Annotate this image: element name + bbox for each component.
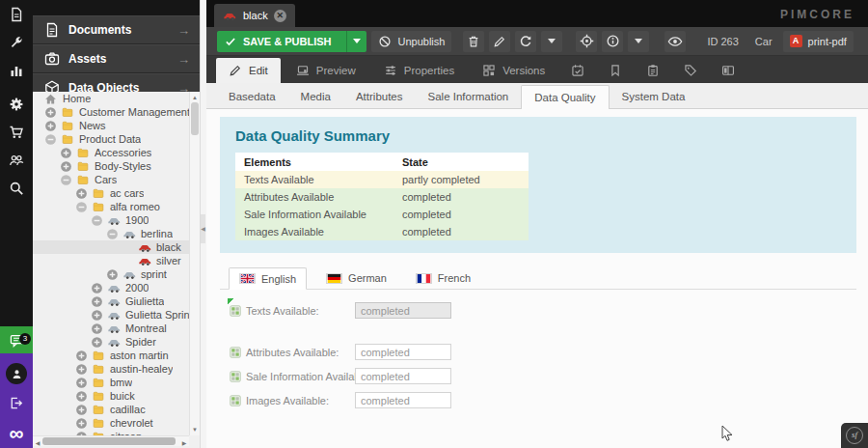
plus-expander-icon[interactable] bbox=[91, 322, 103, 335]
tree-node-Body-Styles[interactable]: Body-Styles bbox=[33, 159, 200, 173]
tree-node-Giulietta[interactable]: Giulietta bbox=[33, 294, 200, 308]
plus-expander-icon[interactable] bbox=[75, 363, 88, 376]
tree-node-buick[interactable]: buick bbox=[33, 389, 200, 403]
tree-node-Montreal[interactable]: Montreal bbox=[33, 322, 200, 335]
content-tab-system-data[interactable]: System Data bbox=[610, 85, 698, 108]
rail-search-button[interactable] bbox=[0, 174, 33, 202]
view-tab-properties[interactable]: Properties bbox=[371, 58, 467, 83]
tree-node-black[interactable]: black bbox=[33, 240, 200, 254]
tree-node-silver[interactable]: silver bbox=[33, 254, 200, 267]
tree-node-1900[interactable]: 1900 bbox=[33, 213, 200, 227]
print-pdf-button[interactable]: A print-pdf bbox=[783, 31, 854, 52]
scroll-down-icon[interactable]: ▼ bbox=[190, 425, 200, 434]
save-publish-button[interactable]: SAVE & PUBLISH bbox=[217, 31, 366, 52]
tree-node-alfa-romeo[interactable]: alfa romeo bbox=[33, 200, 200, 213]
tree-node-chevrolet[interactable]: chevrolet bbox=[33, 416, 200, 430]
tree-node-Accessories[interactable]: Accessories bbox=[33, 146, 200, 159]
scroll-right-icon[interactable]: ▶ bbox=[179, 438, 189, 448]
plus-expander-icon[interactable] bbox=[60, 160, 72, 173]
view-tab-clipboard[interactable] bbox=[636, 58, 670, 83]
plus-expander-icon[interactable] bbox=[75, 404, 88, 416]
tree-node-berlina[interactable]: berlina bbox=[33, 227, 200, 240]
view-tab-preview[interactable]: Preview bbox=[284, 58, 368, 83]
view-tab-calendar[interactable] bbox=[560, 58, 595, 83]
language-tab-german[interactable]: German bbox=[316, 267, 396, 289]
tree-node-News[interactable]: News bbox=[33, 119, 200, 132]
tree-node-cadillac[interactable]: cadillac bbox=[33, 403, 200, 416]
tree-node-Spider[interactable]: Spider bbox=[33, 335, 200, 349]
field-input[interactable] bbox=[355, 344, 451, 360]
plus-expander-icon[interactable] bbox=[75, 187, 88, 200]
tree-node-Cars[interactable]: Cars bbox=[33, 173, 200, 186]
plus-expander-icon[interactable] bbox=[75, 350, 88, 362]
field-input[interactable] bbox=[355, 392, 451, 408]
minus-expander-icon[interactable] bbox=[75, 201, 88, 213]
field-input[interactable] bbox=[355, 302, 451, 319]
scroll-up-icon[interactable]: ▲ bbox=[190, 93, 200, 102]
open-preview-button[interactable] bbox=[665, 31, 686, 52]
user-avatar[interactable] bbox=[6, 363, 27, 384]
tree-vertical-scrollbar[interactable]: ▲ ▼ bbox=[189, 92, 200, 435]
plus-expander-icon[interactable] bbox=[75, 390, 88, 403]
accordion-documents[interactable]: Documents → bbox=[33, 15, 200, 44]
plus-expander-icon[interactable] bbox=[106, 268, 119, 281]
locate-in-tree-button[interactable] bbox=[576, 31, 597, 52]
tab-black[interactable]: black ✕ bbox=[214, 4, 295, 27]
view-tab-tag[interactable] bbox=[673, 58, 708, 83]
tree-node-Home[interactable]: Home bbox=[33, 92, 200, 105]
pimcore-infinity-logo[interactable]: ∞ bbox=[0, 421, 33, 446]
plus-expander-icon[interactable] bbox=[60, 147, 72, 159]
tree-node-ac-cars[interactable]: ac cars bbox=[33, 186, 200, 200]
plus-expander-icon[interactable] bbox=[91, 282, 103, 294]
accordion-assets[interactable]: Assets → bbox=[33, 44, 200, 73]
symfony-profiler-toggle[interactable]: sf bbox=[841, 423, 868, 448]
plus-expander-icon[interactable] bbox=[91, 295, 103, 308]
unpublish-button[interactable]: Unpublish bbox=[371, 31, 451, 52]
rail-customers-button[interactable] bbox=[0, 146, 33, 174]
reload-button[interactable] bbox=[515, 31, 536, 52]
collapse-handle-icon[interactable]: ◀ bbox=[201, 214, 205, 243]
view-tab-edit[interactable]: Edit bbox=[216, 58, 281, 83]
minus-expander-icon[interactable] bbox=[44, 133, 57, 146]
rail-reports-button[interactable] bbox=[0, 56, 33, 84]
plus-expander-icon[interactable] bbox=[91, 309, 103, 322]
view-tab-columns[interactable] bbox=[711, 58, 746, 83]
logout-icon[interactable] bbox=[9, 396, 23, 410]
close-tab-icon[interactable]: ✕ bbox=[274, 10, 286, 22]
delete-button[interactable] bbox=[463, 31, 484, 52]
rail-tools-button[interactable] bbox=[0, 28, 33, 56]
plus-expander-icon[interactable] bbox=[75, 377, 88, 389]
minus-expander-icon[interactable] bbox=[106, 228, 119, 240]
rail-settings-button[interactable] bbox=[0, 90, 33, 118]
scroll-left-icon[interactable]: ◀ bbox=[33, 438, 42, 448]
rename-button[interactable] bbox=[489, 31, 510, 52]
save-dropdown-button[interactable] bbox=[346, 31, 366, 52]
plus-expander-icon[interactable] bbox=[44, 120, 57, 132]
content-tab-media[interactable]: Media bbox=[288, 85, 343, 108]
view-tab-versions[interactable]: Versions bbox=[470, 58, 557, 83]
tree-node-bmw[interactable]: bmw bbox=[33, 376, 200, 389]
tree-node-Customer-Management[interactable]: Customer Management bbox=[33, 105, 200, 119]
reload-dropdown-button[interactable] bbox=[541, 31, 562, 52]
field-input[interactable] bbox=[355, 368, 451, 384]
minus-expander-icon[interactable] bbox=[91, 214, 103, 227]
info-dropdown-button[interactable] bbox=[628, 31, 649, 52]
content-tab-data-quality[interactable]: Data Quality bbox=[521, 85, 609, 109]
language-tab-english[interactable]: English bbox=[229, 267, 307, 290]
tree-node-Product-Data[interactable]: Product Data bbox=[33, 132, 200, 146]
content-tab-attributes[interactable]: Attributes bbox=[343, 85, 416, 108]
view-tab-bookmark[interactable] bbox=[598, 58, 633, 83]
tree-node-sprint[interactable]: sprint bbox=[33, 267, 200, 281]
content-tab-sale-information[interactable]: Sale Information bbox=[416, 85, 522, 108]
tree-node-2000[interactable]: 2000 bbox=[33, 281, 200, 294]
tree-node-Gulietta-Sprint-Specia[interactable]: Gulietta Sprint Specia bbox=[33, 308, 200, 322]
tree-node-austin-healey[interactable]: austin-healey bbox=[33, 362, 200, 376]
info-button[interactable] bbox=[602, 31, 623, 52]
content-tab-basedata[interactable]: Basedata bbox=[216, 85, 288, 108]
rail-document-button[interactable] bbox=[0, 0, 33, 28]
tree-node-aston-martin[interactable]: aston martin bbox=[33, 349, 200, 362]
rail-ecommerce-button[interactable] bbox=[0, 118, 33, 146]
notifications-button[interactable]: 3 bbox=[0, 326, 33, 353]
plus-expander-icon[interactable] bbox=[91, 336, 103, 349]
plus-expander-icon[interactable] bbox=[75, 417, 88, 430]
